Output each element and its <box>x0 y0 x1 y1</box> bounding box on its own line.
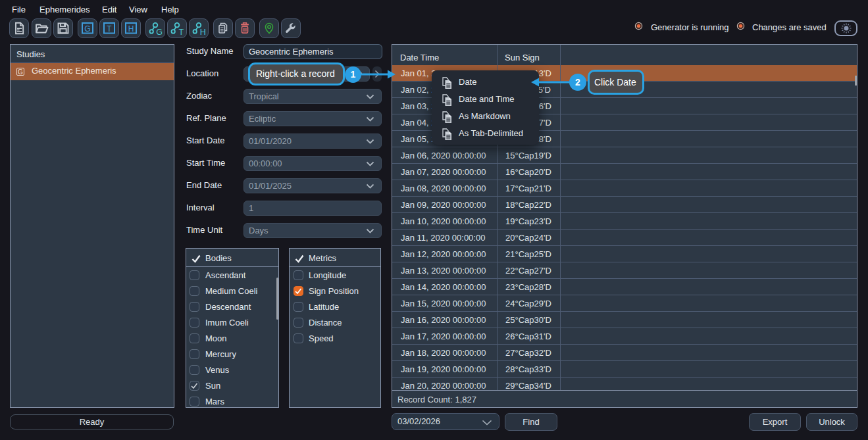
svg-text:T: T <box>178 28 184 37</box>
svg-text:G: G <box>156 28 163 37</box>
svg-text:T: T <box>107 24 112 34</box>
svg-text:H: H <box>128 24 134 34</box>
svg-text:G: G <box>84 24 90 34</box>
svg-text:H: H <box>200 28 206 37</box>
